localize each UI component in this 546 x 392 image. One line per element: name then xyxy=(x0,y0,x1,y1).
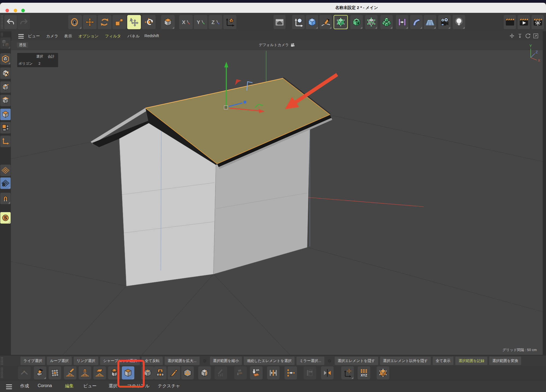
mirror-tool[interactable] xyxy=(321,366,334,379)
render-settings-button[interactable] xyxy=(532,15,544,29)
optimize-tool[interactable] xyxy=(377,366,389,379)
redo-button[interactable] xyxy=(17,15,30,29)
model-mode-button[interactable] xyxy=(0,53,11,65)
row2-drag-handle[interactable] xyxy=(1,367,3,378)
select-cmd-リング選択[interactable]: リング選択 xyxy=(74,357,98,365)
select-cmd-全て表示[interactable]: 全て表示 xyxy=(433,357,453,365)
knife-tool[interactable] xyxy=(168,366,180,379)
polygon-pen-tool[interactable] xyxy=(34,366,46,379)
axis-change-tool[interactable] xyxy=(341,366,354,379)
light-button[interactable] xyxy=(453,15,465,29)
render-view-button[interactable] xyxy=(274,15,286,29)
select-cmd-ミラー選択...[interactable]: ミラー選択... xyxy=(296,357,324,365)
y-axis-lock[interactable]: Y xyxy=(194,15,207,29)
subdivision-surface-button[interactable] xyxy=(334,15,348,29)
workplane-button[interactable] xyxy=(0,165,11,176)
viewport-maximize-icon[interactable] xyxy=(533,33,539,40)
polygons-mode-button[interactable] xyxy=(0,109,11,120)
bevel-tool[interactable] xyxy=(18,366,31,379)
view-label[interactable]: 透視 xyxy=(17,42,28,48)
rotate-tool[interactable] xyxy=(98,15,111,29)
live-selection-tool[interactable] xyxy=(68,15,82,29)
house-mesh[interactable] xyxy=(91,78,332,286)
select-cmd-全て反転[interactable]: 全て反転 xyxy=(142,357,162,365)
stitch-sew-tool[interactable] xyxy=(267,366,280,379)
close-polygon-hole-tool[interactable] xyxy=(181,366,194,379)
make-editable-button[interactable] xyxy=(0,37,11,49)
bottom-menu-テクスチャ[interactable]: テクスチャ xyxy=(158,383,180,389)
coordinate-system-toggle[interactable] xyxy=(223,15,236,29)
array-button[interactable] xyxy=(380,15,393,29)
deformer-button[interactable] xyxy=(410,15,423,29)
viewport-canvas[interactable] xyxy=(11,50,543,355)
select-cmd-ライブ選択[interactable]: ライブ選択 xyxy=(20,357,45,365)
render-picture-viewer-button[interactable] xyxy=(518,15,530,29)
magnet-tool[interactable] xyxy=(79,366,91,379)
command-options-gear-icon[interactable] xyxy=(326,358,333,364)
viewport-menu-オプション[interactable]: オプション xyxy=(78,34,99,39)
texture-mode-button[interactable] xyxy=(0,67,11,79)
brush-tool[interactable] xyxy=(64,366,76,379)
row1-drag-handle[interactable] xyxy=(1,357,3,365)
camera-button[interactable] xyxy=(438,15,451,29)
select-cmd-選択エレメント以外を隠す[interactable]: 選択エレメント以外を隠す xyxy=(380,357,431,365)
modeling-settings-tool[interactable] xyxy=(161,15,175,29)
viewport-menu-フィルタ[interactable]: フィルタ xyxy=(105,34,121,39)
viewport-menu-ビュー[interactable]: ビュー xyxy=(28,34,40,39)
x-axis-lock[interactable]: X xyxy=(179,15,193,29)
tweak-rotate-tool[interactable] xyxy=(142,15,156,29)
quadify-tool[interactable] xyxy=(49,366,61,379)
object-mode-button[interactable] xyxy=(0,122,11,133)
select-cmd-選択範囲を記録[interactable]: 選択範囲を記録 xyxy=(455,357,487,365)
zoom-window-button[interactable] xyxy=(21,9,25,12)
viewport-menu-表示[interactable]: 表示 xyxy=(64,34,72,39)
sidebar-drag-handle[interactable] xyxy=(1,32,3,36)
boole-button[interactable] xyxy=(350,15,363,29)
select-cmd-選択範囲を変換[interactable]: 選択範囲を変換 xyxy=(489,357,521,365)
cube-primitive-button[interactable] xyxy=(306,15,318,29)
toolbar-drag-handle[interactable] xyxy=(1,15,3,29)
select-cmd-選択エレメントを隠す[interactable]: 選択エレメントを隠す xyxy=(335,357,378,365)
z-axis-lock[interactable]: Z xyxy=(209,15,222,29)
viewport-menu-icon[interactable] xyxy=(18,33,24,39)
cloner-button[interactable] xyxy=(396,15,408,29)
bottom-menu-icon[interactable] xyxy=(5,383,13,389)
edges-mode-button[interactable] xyxy=(0,95,11,106)
tweak-move-tool[interactable] xyxy=(127,15,141,29)
edge-cut-tool[interactable] xyxy=(198,366,211,379)
command-options-gear-icon[interactable] xyxy=(201,358,208,364)
viewport-menu-カメラ[interactable]: カメラ xyxy=(46,34,58,39)
collapse-tool[interactable] xyxy=(250,366,263,379)
viewport-orbit-icon[interactable] xyxy=(525,33,531,40)
null-object-button[interactable] xyxy=(292,15,305,29)
render-active-view-button[interactable] xyxy=(504,15,516,29)
floor-button[interactable] xyxy=(424,15,436,29)
spline-pen-button[interactable] xyxy=(319,15,332,29)
points-mode-button[interactable] xyxy=(0,81,11,93)
select-cmd-連続したエレメントを選択[interactable]: 連続したエレメントを選択 xyxy=(244,357,295,365)
camera-label[interactable]: デフォルトカメラ xyxy=(259,43,295,47)
workplane-lock-button[interactable] xyxy=(0,177,11,189)
quantize-snap-button[interactable]: S xyxy=(0,212,11,224)
minimize-window-button[interactable] xyxy=(14,9,17,12)
select-cmd-選択範囲を拡大...[interactable]: 選択範囲を拡大... xyxy=(165,357,200,365)
undo-button[interactable] xyxy=(4,15,17,29)
dissolve-tool[interactable] xyxy=(234,366,247,379)
iron-tool[interactable] xyxy=(93,366,106,379)
viewport-dolly-icon[interactable] xyxy=(517,33,523,40)
bottom-menu-編集[interactable]: 編集 xyxy=(65,383,74,389)
bottom-menu-作成[interactable]: 作成 xyxy=(20,383,29,389)
bridge-tool[interactable] xyxy=(154,366,167,379)
bottom-menu-選択[interactable]: 選択 xyxy=(109,383,117,389)
scale-tool[interactable] xyxy=(112,15,126,29)
viewport-menu-Redshift[interactable]: Redshift xyxy=(144,34,159,38)
bottom-menu-ビュー[interactable]: ビュー xyxy=(83,383,97,389)
close-window-button[interactable] xyxy=(5,9,9,12)
axis-mode-button[interactable] xyxy=(0,136,11,147)
split-tool[interactable] xyxy=(304,366,316,379)
select-cmd-ループ選択[interactable]: ループ選択 xyxy=(47,357,72,365)
viewport-pan-icon[interactable] xyxy=(509,33,515,40)
bottom-menu-Corona[interactable]: Corona xyxy=(38,383,52,388)
set-point-value-tool[interactable]: XYZ xyxy=(358,366,370,379)
select-cmd-選択範囲を縮小[interactable]: 選択範囲を縮小 xyxy=(210,357,242,365)
